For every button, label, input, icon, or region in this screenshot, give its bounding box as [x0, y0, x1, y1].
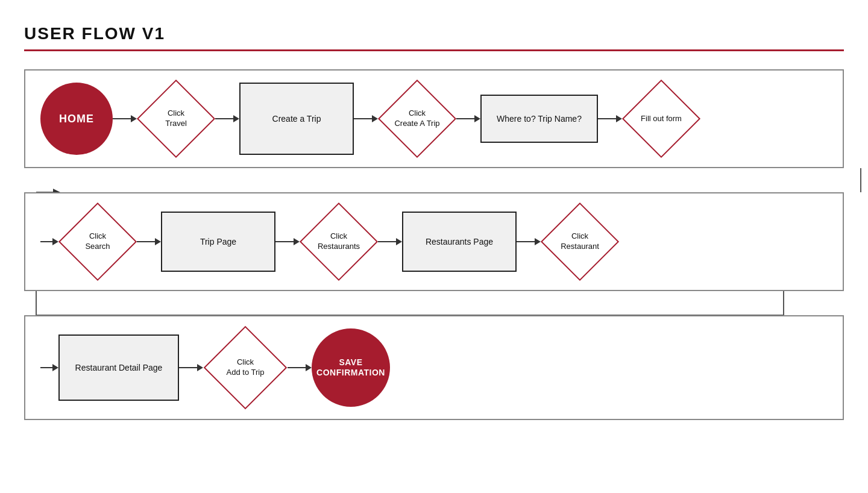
- arrow-6: [137, 238, 161, 245]
- home-node: HOME: [40, 83, 113, 155]
- arrow-1: [113, 115, 137, 122]
- row2-entry: [40, 238, 58, 245]
- fill-form-node: Fill out form: [622, 80, 700, 158]
- arrow-7: [275, 238, 300, 245]
- click-search-node: Click Search: [58, 203, 137, 281]
- click-restaurant-node: Click Restaurant: [541, 203, 619, 281]
- arrow-8: [378, 238, 402, 245]
- page: USER FLOW V1 HOME Click Travel: [0, 0, 868, 432]
- arrow-11: [288, 364, 312, 371]
- connector-v2: [24, 291, 844, 315]
- row1: HOME Click Travel Create a Trip: [24, 69, 844, 168]
- row3-entry: [40, 364, 58, 371]
- title-divider: [24, 49, 844, 51]
- click-restaurants-node: Click Restaurants: [300, 203, 378, 281]
- connector-v1: [24, 168, 844, 192]
- arrow-2: [215, 115, 239, 122]
- restaurant-detail-node: Restaurant Detail Page: [58, 334, 179, 401]
- arrow-10: [179, 364, 203, 371]
- click-create-node: Click Create A Trip: [378, 80, 456, 158]
- restaurants-page-node: Restaurants Page: [402, 212, 517, 272]
- click-add-node: Click Add to Trip: [203, 325, 288, 410]
- flow-diagram: HOME Click Travel Create a Trip: [24, 69, 844, 420]
- arrow-5: [598, 115, 622, 122]
- arrow-3: [354, 115, 378, 122]
- page-title: USER FLOW V1: [24, 24, 844, 43]
- row3: Restaurant Detail Page Click Add to Trip: [24, 315, 844, 420]
- where-to-node: Where to? Trip Name?: [480, 95, 598, 143]
- trip-page-node: Trip Page: [161, 212, 275, 272]
- arrow-9: [517, 238, 541, 245]
- arrow-4: [456, 115, 480, 122]
- create-trip-node: Create a Trip: [239, 83, 354, 155]
- save-confirmation-node: SAVE CONFIRMATION: [312, 328, 390, 407]
- row2: Click Search Trip Page Click Re: [24, 192, 844, 291]
- click-travel-node: Click Travel: [137, 80, 215, 158]
